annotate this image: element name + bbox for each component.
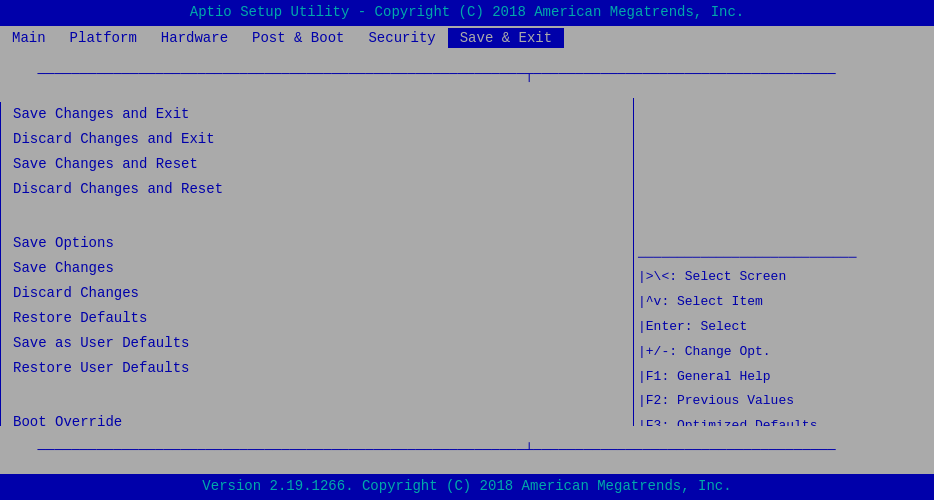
menu-entry xyxy=(0,381,633,406)
menu-item-hardware[interactable]: Hardware xyxy=(149,28,240,48)
right-spacer xyxy=(638,176,930,201)
menu-entry[interactable]: Discard Changes and Exit xyxy=(0,127,633,152)
help-item: |F2: Previous Values xyxy=(638,389,930,414)
menu-bar[interactable]: MainPlatformHardwarePost & BootSecurityS… xyxy=(0,26,934,50)
right-separator-line: ──────────────────────────── xyxy=(638,250,930,265)
menu-entry[interactable]: Discard Changes xyxy=(0,281,633,306)
menu-entry[interactable]: Discard Changes and Reset xyxy=(0,177,633,202)
help-item: |+/-: Change Opt. xyxy=(638,340,930,365)
menu-item-main[interactable]: Main xyxy=(0,28,58,48)
menu-entry[interactable]: Save Changes and Reset xyxy=(0,152,633,177)
version-text: Version 2.19.1266. Copyright (C) 2018 Am… xyxy=(202,478,731,494)
menu-entry: Boot Override xyxy=(0,406,633,427)
right-spacer xyxy=(638,126,930,151)
right-spacer xyxy=(638,226,930,251)
bios-screen: Aptio Setup Utility - Copyright (C) 2018… xyxy=(0,0,934,500)
help-item: |F1: General Help xyxy=(638,365,930,390)
menu-item-save---exit[interactable]: Save & Exit xyxy=(448,28,564,48)
menu-entry: Save Options xyxy=(0,227,633,256)
menu-item-security[interactable]: Security xyxy=(356,28,447,48)
menu-item-platform[interactable]: Platform xyxy=(58,28,149,48)
right-spacer xyxy=(638,151,930,176)
content-area: Save Changes and ExitDiscard Changes and… xyxy=(0,98,934,427)
right-spacer xyxy=(638,102,930,127)
menu-entry[interactable]: Save as User Defaults xyxy=(0,331,633,356)
right-panel: ────────────────────────────|>\<: Select… xyxy=(634,98,934,427)
bottom-bar: Version 2.19.1266. Copyright (C) 2018 Am… xyxy=(0,474,934,500)
top-separator: ────────────────────────────────────────… xyxy=(0,50,934,98)
menu-entry[interactable]: Save Changes xyxy=(0,256,633,281)
help-item: |F3: Optimized Defaults xyxy=(638,414,930,426)
menu-entry[interactable]: Restore Defaults xyxy=(0,306,633,331)
right-spacer xyxy=(638,201,930,226)
help-item: |Enter: Select xyxy=(638,315,930,340)
help-item: |^v: Select Item xyxy=(638,290,930,315)
help-item: |>\<: Select Screen xyxy=(638,265,930,290)
menu-item-post---boot[interactable]: Post & Boot xyxy=(240,28,356,48)
title-text: Aptio Setup Utility - Copyright (C) 2018… xyxy=(190,4,745,20)
bottom-separator: ────────────────────────────────────────… xyxy=(0,426,934,474)
menu-entry[interactable]: Restore User Defaults xyxy=(0,356,633,381)
title-bar: Aptio Setup Utility - Copyright (C) 2018… xyxy=(0,0,934,26)
left-panel: Save Changes and ExitDiscard Changes and… xyxy=(0,98,634,427)
menu-entry[interactable]: Save Changes and Exit xyxy=(0,102,633,127)
menu-entry xyxy=(0,202,633,227)
